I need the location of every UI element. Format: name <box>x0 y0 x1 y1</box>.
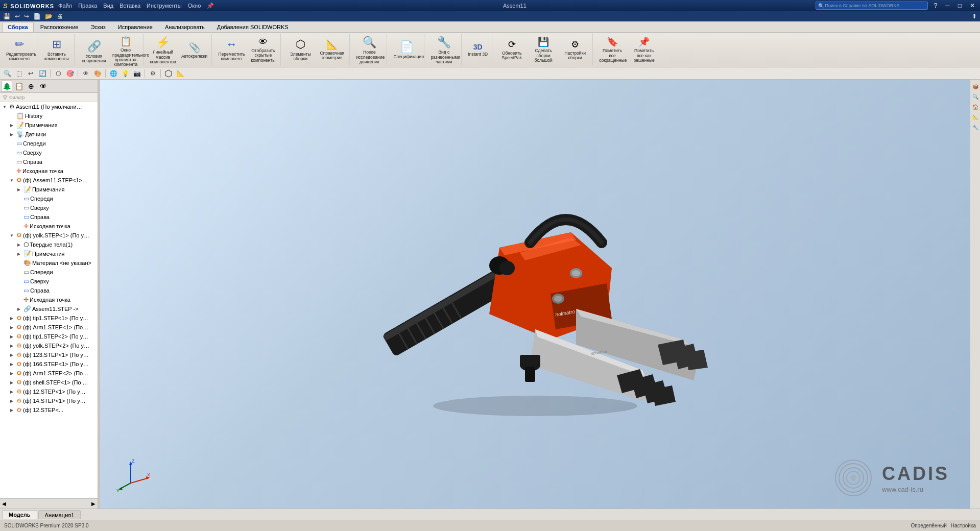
qa-open[interactable]: 📂 <box>44 13 54 20</box>
tab-assembly[interactable]: Сборка <box>2 22 34 32</box>
vt-zoom-area[interactable]: ⬚ <box>14 68 24 79</box>
tree-item-123step[interactable]: ▶ ⚙ (ф) 123.STEP<1> (По умолч... <box>0 350 98 359</box>
feature-tree-content[interactable]: ▼ ⚙ Assem11 (По умолчанию<По умолч> ▶ 📋 … <box>0 102 98 498</box>
vt-display-type[interactable]: 🎯 <box>65 68 75 79</box>
qa-arrow[interactable]: ⬆ <box>971 13 978 20</box>
tree-item-yolk2[interactable]: ▶ ⚙ (ф) yolk.STEP<2> (По умолч... <box>0 341 98 350</box>
panel-tab-config[interactable]: ⊕ <box>26 81 37 92</box>
vt-rotate[interactable]: 🔄 <box>37 68 47 79</box>
vt-edit-appearance[interactable]: 🎨 <box>92 68 103 79</box>
btn-exploded-view[interactable]: 🔧 Вид с разнесёнными частями <box>428 35 459 65</box>
btn-new-study[interactable]: 🔍 Новое исследование движения <box>354 35 385 65</box>
tree-item-12step[interactable]: ▶ ⚙ (ф) 12.STEP<1> (По умолч... <box>0 387 98 396</box>
vt-settings[interactable]: ⚙ <box>148 68 158 79</box>
vt-standard-views[interactable]: ⬡ <box>53 68 63 79</box>
tab-analyze[interactable]: Анализировать <box>159 22 210 32</box>
maximize-button[interactable]: □ <box>956 2 964 9</box>
rt-btn-4[interactable]: 📐 <box>971 112 980 122</box>
vt-camera[interactable]: 📷 <box>132 68 142 79</box>
tree-item-a11-top[interactable]: ▶ ▭ Сверху <box>0 203 98 212</box>
btn-assembly-features[interactable]: ⬡ Элементы сборки <box>285 37 316 63</box>
tab-sketch[interactable]: Эскиз <box>85 22 111 32</box>
tree-item-166step[interactable]: ▶ ⚙ (ф) 166.STEP<1> (По умолч... <box>0 359 98 369</box>
btn-edit-component[interactable]: ✏ Редактировать компонент <box>4 37 35 63</box>
tree-item-front[interactable]: ▶ ▭ Спереди <box>0 139 98 148</box>
menu-tools[interactable]: Инструменты <box>147 3 182 9</box>
btn-bom[interactable]: 📄 Спецификация <box>391 39 422 60</box>
menu-pin[interactable]: 📌 <box>207 3 214 9</box>
tree-item-tip1-1[interactable]: ▶ ⚙ (ф) tip1.STEP<1> (По умолч... <box>0 313 98 323</box>
tree-arrow-root[interactable]: ▼ <box>1 103 8 110</box>
tree-item-assem11-ref[interactable]: ▶ 🔗 Assem11.STEP -> <box>0 304 98 313</box>
tree-item-history[interactable]: ▶ 📋 History <box>0 111 98 120</box>
rt-btn-5[interactable]: 🔧 <box>971 123 980 132</box>
rt-btn-2[interactable]: 🔍 <box>971 92 980 101</box>
menu-view[interactable]: Вид <box>103 3 113 9</box>
btn-speedpak[interactable]: ⟳ Обновить SpeedPak <box>496 38 527 62</box>
qa-redo[interactable]: ↪ <box>23 13 30 20</box>
tree-item-arm1-1[interactable]: ▶ ⚙ (ф) Arm1.STEP<1> (По умолч... <box>0 323 98 332</box>
tree-item-yolk-notes[interactable]: ▶ 📝 Примечания <box>0 249 98 258</box>
tree-item-notes[interactable]: ▶ 📝 Примечания <box>0 120 98 130</box>
btn-preview-window[interactable]: 📋 Окно предварительного просмотра компон… <box>110 35 141 67</box>
scroll-left[interactable]: ◀ <box>2 501 6 506</box>
rt-btn-3[interactable]: 🏠 <box>971 102 980 111</box>
btn-assembly-settings[interactable]: ⚙ Настройки сборки <box>560 38 590 62</box>
tab-addins[interactable]: Добавления SOLIDWORKS <box>211 22 294 32</box>
3d-viewport[interactable]: Designed by John fictional <box>100 80 970 509</box>
filter-icon[interactable]: ▽ <box>2 94 8 100</box>
tree-item-a11-right[interactable]: ▶ ▭ Справа <box>0 212 98 222</box>
btn-move-component[interactable]: ↔ Переместить компонент <box>216 37 247 63</box>
tree-item-a11-notes[interactable]: ▶ 📝 Примечания <box>0 185 98 194</box>
panel-tab-property[interactable]: 📋 <box>13 81 25 92</box>
scroll-right[interactable]: ▶ <box>91 501 95 506</box>
vt-3d-drawing[interactable]: 📐 <box>175 68 185 79</box>
btn-mark-all-short[interactable]: 🔖 Пометить все сокращённые <box>597 35 628 64</box>
btn-mate[interactable]: 🔗 Условия сопряжения <box>79 39 109 65</box>
tab-animation[interactable]: Анимация1 <box>38 510 81 519</box>
panel-tab-display[interactable]: 👁 <box>38 81 49 92</box>
tree-item-a11-origin[interactable]: ▶ ✛ Исходная точка <box>0 222 98 231</box>
menu-window[interactable]: Окно <box>188 3 201 9</box>
tab-repair[interactable]: Исправление <box>112 22 158 32</box>
tree-item-a11-front[interactable]: ▶ ▭ Спереди <box>0 194 98 203</box>
tree-item-arm1-2[interactable]: ▶ ⚙ (ф) Arm1.STEP<2> (По умолч... <box>0 369 98 378</box>
qa-save[interactable]: 💾 <box>2 13 12 20</box>
tree-item-yolk-right[interactable]: ▶ ▭ Справа <box>0 286 98 295</box>
btn-smartfasteners[interactable]: 📎 Автокрепежи <box>179 41 209 60</box>
btn-insert-components[interactable]: ⊞ Вставить компоненты <box>41 37 72 63</box>
close-button[interactable]: ✕ <box>968 2 977 9</box>
btn-show-hidden[interactable]: 👁 Отобразить скрытые компоненты <box>248 36 278 64</box>
vt-apply-scene[interactable]: 🌐 <box>108 68 118 79</box>
help-button[interactable]: ? <box>932 2 940 9</box>
tree-item-tip1-2[interactable]: ▶ ⚙ (ф) tip1.STEP<2> (По умолч... <box>0 332 98 341</box>
qa-undo[interactable]: ↩ <box>14 13 21 20</box>
tree-item-assem11step[interactable]: ▼ ⚙ (ф) Assem11.STEP<1> (По умолч... <box>0 176 98 185</box>
vt-previous-view[interactable]: ↩ <box>26 68 36 79</box>
tree-item-14step[interactable]: ▶ ⚙ (ф) 14.STEP<1> (По умолч... <box>0 396 98 405</box>
btn-ref-geometry[interactable]: 📐 Справочная геометрия <box>317 38 347 62</box>
tree-item-yolk-origin[interactable]: ▶ ✛ Исходная точка <box>0 295 98 304</box>
tree-item-top[interactable]: ▶ ▭ Сверху <box>0 148 98 157</box>
vt-hide-show[interactable]: 👁 <box>81 68 91 79</box>
tab-layout[interactable]: Расположение <box>35 22 84 32</box>
tree-item-right[interactable]: ▶ ▭ Справа <box>0 157 98 166</box>
tree-item-yolk-top[interactable]: ▶ ▭ Сверху <box>0 277 98 286</box>
tree-item-yolk1[interactable]: ▼ ⚙ (ф) yolk.STEP<1> (По умолч... <box>0 231 98 240</box>
qa-print[interactable]: 🖨 <box>56 13 64 20</box>
tree-item-origin[interactable]: ▶ ✛ Исходная точка <box>0 166 98 176</box>
tree-item-12step-b[interactable]: ▶ ⚙ (ф) 12.STEP<... <box>0 405 98 415</box>
menu-file[interactable]: Файл <box>58 3 72 9</box>
menu-insert[interactable]: Вставка <box>119 3 140 9</box>
tree-item-yolk-material[interactable]: ▶ 🎨 Материал <не указан> <box>0 258 98 268</box>
status-settings[interactable]: Настройка <box>951 523 976 528</box>
minimize-button[interactable]: ─ <box>943 2 952 9</box>
tree-item-shell1[interactable]: ▶ ⚙ (ф) shell.STEP<1> (По умолч... <box>0 378 98 387</box>
panel-tab-feature-tree[interactable]: 🌲 <box>1 81 12 92</box>
tab-model[interactable]: Модель <box>2 510 37 519</box>
btn-instant3d[interactable]: 3D Instant 3D <box>466 42 490 58</box>
vt-lighting[interactable]: 💡 <box>120 68 130 79</box>
vt-view-selector[interactable]: ⬡ <box>163 68 174 79</box>
tree-item-yolk-front[interactable]: ▶ ▭ Спереди <box>0 268 98 277</box>
menu-edit[interactable]: Правка <box>78 3 97 9</box>
